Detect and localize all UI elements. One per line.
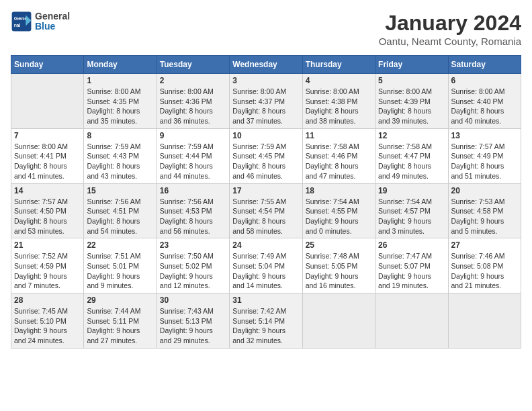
day-info: Sunrise: 7:43 AMSunset: 5:13 PMDaylight:…	[160, 306, 226, 346]
day-of-week-header: Thursday	[302, 56, 375, 74]
calendar-day-cell: 29Sunrise: 7:44 AMSunset: 5:11 PMDayligh…	[84, 293, 157, 349]
svg-text:ral: ral	[14, 22, 21, 28]
day-info: Sunrise: 7:59 AMSunset: 4:44 PMDaylight:…	[160, 142, 226, 181]
calendar-day-cell	[302, 293, 375, 349]
day-info: Sunrise: 8:00 AMSunset: 4:41 PMDaylight:…	[14, 142, 81, 181]
day-number: 8	[87, 131, 153, 140]
calendar-week-row: 1Sunrise: 8:00 AMSunset: 4:35 PMDaylight…	[11, 74, 521, 129]
day-of-week-header: Tuesday	[157, 56, 229, 74]
day-of-week-header: Wednesday	[230, 56, 302, 74]
calendar-day-cell: 3Sunrise: 8:00 AMSunset: 4:37 PMDaylight…	[230, 74, 302, 129]
day-number: 15	[87, 186, 153, 195]
day-number: 9	[160, 131, 226, 140]
day-of-week-header: Monday	[84, 56, 157, 74]
calendar-week-row: 7Sunrise: 8:00 AMSunset: 4:41 PMDaylight…	[11, 128, 521, 183]
day-number: 30	[160, 295, 226, 305]
day-number: 28	[14, 295, 81, 305]
calendar-day-cell	[11, 74, 84, 129]
day-info: Sunrise: 7:42 AMSunset: 5:14 PMDaylight:…	[232, 306, 299, 346]
day-info: Sunrise: 7:53 AMSunset: 4:58 PMDaylight:…	[451, 197, 518, 236]
day-info: Sunrise: 7:58 AMSunset: 4:46 PMDaylight:…	[306, 142, 372, 181]
calendar-day-cell: 12Sunrise: 7:58 AMSunset: 4:47 PMDayligh…	[375, 128, 448, 183]
day-number: 2	[160, 76, 226, 85]
day-number: 21	[14, 240, 81, 250]
svg-text:Gene: Gene	[14, 15, 28, 21]
day-info: Sunrise: 7:55 AMSunset: 4:54 PMDaylight:…	[232, 197, 299, 236]
day-number: 12	[378, 131, 445, 140]
day-number: 16	[160, 186, 226, 195]
day-number: 27	[451, 240, 518, 250]
calendar-day-cell: 28Sunrise: 7:45 AMSunset: 5:10 PMDayligh…	[11, 293, 84, 349]
day-number: 23	[160, 240, 226, 250]
day-info: Sunrise: 7:58 AMSunset: 4:47 PMDaylight:…	[378, 142, 445, 181]
day-number: 17	[232, 186, 299, 195]
day-number: 19	[378, 186, 445, 195]
day-number: 22	[87, 240, 153, 250]
day-info: Sunrise: 7:59 AMSunset: 4:45 PMDaylight:…	[232, 142, 299, 181]
day-of-week-header: Saturday	[448, 56, 521, 74]
calendar-day-cell: 16Sunrise: 7:56 AMSunset: 4:53 PMDayligh…	[157, 183, 229, 238]
day-info: Sunrise: 7:56 AMSunset: 4:51 PMDaylight:…	[87, 197, 153, 236]
day-info: Sunrise: 7:46 AMSunset: 5:08 PMDaylight:…	[451, 251, 518, 291]
calendar-day-cell: 27Sunrise: 7:46 AMSunset: 5:08 PMDayligh…	[448, 238, 521, 293]
day-info: Sunrise: 8:00 AMSunset: 4:40 PMDaylight:…	[451, 87, 518, 126]
title-section: January 2024 Oantu, Neamt County, Romani…	[379, 11, 521, 47]
calendar-day-cell: 6Sunrise: 8:00 AMSunset: 4:40 PMDaylight…	[448, 74, 521, 129]
day-number: 6	[451, 76, 518, 85]
logo: Gene ral General Blue	[11, 11, 70, 32]
logo-text: General Blue	[35, 11, 70, 32]
calendar-day-cell: 9Sunrise: 7:59 AMSunset: 4:44 PMDaylight…	[157, 128, 229, 183]
day-info: Sunrise: 7:44 AMSunset: 5:11 PMDaylight:…	[87, 306, 153, 346]
day-info: Sunrise: 7:51 AMSunset: 5:01 PMDaylight:…	[87, 251, 153, 291]
day-info: Sunrise: 8:00 AMSunset: 4:38 PMDaylight:…	[306, 87, 372, 126]
day-number: 29	[87, 295, 153, 305]
day-number: 13	[451, 131, 518, 140]
day-number: 4	[306, 76, 372, 85]
day-number: 24	[232, 240, 299, 250]
calendar-day-cell: 2Sunrise: 8:00 AMSunset: 4:36 PMDaylight…	[157, 74, 229, 129]
calendar-day-cell: 11Sunrise: 7:58 AMSunset: 4:46 PMDayligh…	[302, 128, 375, 183]
calendar-day-cell: 5Sunrise: 8:00 AMSunset: 4:39 PMDaylight…	[375, 74, 448, 129]
day-number: 1	[87, 76, 153, 85]
day-of-week-header: Friday	[375, 56, 448, 74]
day-number: 26	[378, 240, 445, 250]
location-title: Oantu, Neamt County, Romania	[379, 36, 521, 47]
calendar-header-row: SundayMondayTuesdayWednesdayThursdayFrid…	[11, 56, 521, 74]
day-number: 11	[306, 131, 372, 140]
calendar-table: SundayMondayTuesdayWednesdayThursdayFrid…	[11, 55, 521, 349]
day-number: 5	[378, 76, 445, 85]
day-info: Sunrise: 7:50 AMSunset: 5:02 PMDaylight:…	[160, 251, 226, 291]
calendar-day-cell: 24Sunrise: 7:49 AMSunset: 5:04 PMDayligh…	[230, 238, 302, 293]
calendar-week-row: 14Sunrise: 7:57 AMSunset: 4:50 PMDayligh…	[11, 183, 521, 238]
calendar-week-row: 28Sunrise: 7:45 AMSunset: 5:10 PMDayligh…	[11, 293, 521, 349]
month-title: January 2024	[379, 11, 521, 36]
calendar-day-cell: 1Sunrise: 8:00 AMSunset: 4:35 PMDaylight…	[84, 74, 157, 129]
day-of-week-header: Sunday	[11, 56, 84, 74]
calendar-day-cell	[375, 293, 448, 349]
day-info: Sunrise: 7:57 AMSunset: 4:49 PMDaylight:…	[451, 142, 518, 181]
calendar-week-row: 21Sunrise: 7:52 AMSunset: 4:59 PMDayligh…	[11, 238, 521, 293]
day-number: 25	[306, 240, 372, 250]
day-number: 7	[14, 131, 81, 140]
calendar-day-cell: 4Sunrise: 8:00 AMSunset: 4:38 PMDaylight…	[302, 74, 375, 129]
calendar-day-cell: 7Sunrise: 8:00 AMSunset: 4:41 PMDaylight…	[11, 128, 84, 183]
day-info: Sunrise: 7:45 AMSunset: 5:10 PMDaylight:…	[14, 306, 81, 346]
calendar-day-cell: 13Sunrise: 7:57 AMSunset: 4:49 PMDayligh…	[448, 128, 521, 183]
calendar-day-cell: 23Sunrise: 7:50 AMSunset: 5:02 PMDayligh…	[157, 238, 229, 293]
day-info: Sunrise: 7:56 AMSunset: 4:53 PMDaylight:…	[160, 197, 226, 236]
page-header: Gene ral General Blue January 2024 Oantu…	[11, 11, 521, 47]
day-number: 14	[14, 186, 81, 195]
calendar-day-cell: 21Sunrise: 7:52 AMSunset: 4:59 PMDayligh…	[11, 238, 84, 293]
day-number: 10	[232, 131, 299, 140]
day-info: Sunrise: 8:00 AMSunset: 4:36 PMDaylight:…	[160, 87, 226, 126]
calendar-day-cell: 19Sunrise: 7:54 AMSunset: 4:57 PMDayligh…	[375, 183, 448, 238]
day-info: Sunrise: 8:00 AMSunset: 4:35 PMDaylight:…	[87, 87, 153, 126]
day-info: Sunrise: 8:00 AMSunset: 4:37 PMDaylight:…	[232, 87, 299, 126]
calendar-day-cell: 15Sunrise: 7:56 AMSunset: 4:51 PMDayligh…	[84, 183, 157, 238]
calendar-day-cell: 8Sunrise: 7:59 AMSunset: 4:43 PMDaylight…	[84, 128, 157, 183]
calendar-day-cell: 31Sunrise: 7:42 AMSunset: 5:14 PMDayligh…	[230, 293, 302, 349]
calendar-day-cell: 20Sunrise: 7:53 AMSunset: 4:58 PMDayligh…	[448, 183, 521, 238]
day-number: 31	[232, 295, 299, 305]
day-number: 3	[232, 76, 299, 85]
calendar-day-cell: 18Sunrise: 7:54 AMSunset: 4:55 PMDayligh…	[302, 183, 375, 238]
